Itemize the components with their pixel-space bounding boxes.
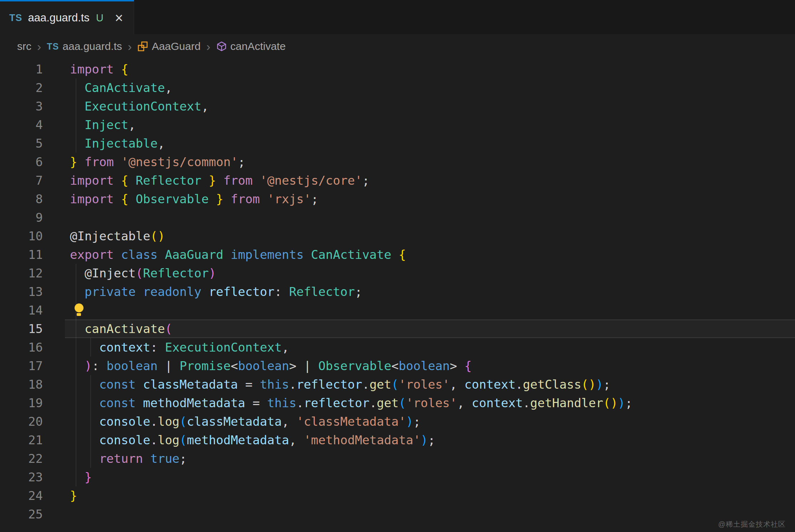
code-line[interactable]: 22 return true;: [0, 449, 795, 468]
code-line[interactable]: 3 ExecutionContext,: [0, 97, 795, 116]
code-line[interactable]: 5 Injectable,: [0, 134, 795, 153]
code-line[interactable]: 14: [0, 301, 795, 319]
code-line[interactable]: 4 Inject,: [0, 116, 795, 134]
close-icon[interactable]: ×: [115, 11, 123, 25]
method-icon: [216, 41, 227, 52]
line-number[interactable]: 7: [0, 171, 43, 190]
code-text: @Injectable(): [70, 227, 165, 245]
indent-guide: [76, 319, 76, 338]
code-line[interactable]: 25: [0, 505, 795, 523]
code-line[interactable]: 6} from '@nestjs/common';: [0, 153, 795, 171]
tab-aaa-guard-ts[interactable]: TS aaa.guard.ts U ×: [0, 0, 134, 34]
code-lines: 1import {2 CanActivate,3 ExecutionContex…: [0, 60, 795, 523]
code-text: } from '@nestjs/common';: [70, 153, 245, 171]
indent-guide: [76, 449, 76, 468]
code-text: }: [70, 468, 92, 486]
line-number[interactable]: 19: [0, 394, 43, 412]
indent-guide: [76, 134, 76, 153]
ts-file-icon: TS: [47, 41, 59, 52]
breadcrumb-label: AaaGuard: [152, 40, 201, 52]
code-text: console.log(classMetadata, 'classMetadat…: [70, 412, 421, 431]
breadcrumb-item-file[interactable]: TS aaa.guard.ts: [47, 40, 122, 52]
lightbulb-icon[interactable]: [73, 303, 85, 318]
code-line[interactable]: 20 console.log(classMetadata, 'classMeta…: [0, 412, 795, 431]
code-text: return true;: [70, 449, 187, 468]
code-line[interactable]: 16 context: ExecutionContext,: [0, 338, 795, 357]
code-text: const classMetadata = this.reflector.get…: [70, 375, 611, 394]
line-number[interactable]: 5: [0, 134, 43, 153]
line-number[interactable]: 24: [0, 486, 43, 505]
line-number[interactable]: 20: [0, 412, 43, 431]
code-text: import {: [70, 60, 128, 78]
breadcrumb: src › TS aaa.guard.ts › AaaGuard › canAc…: [0, 34, 795, 58]
line-number[interactable]: 13: [0, 282, 43, 301]
line-number[interactable]: 14: [0, 301, 43, 319]
breadcrumb-item-src[interactable]: src: [17, 40, 31, 52]
line-number[interactable]: 11: [0, 245, 43, 264]
code-text: Inject,: [70, 116, 136, 134]
indent-guide: [90, 375, 91, 394]
line-number[interactable]: 12: [0, 264, 43, 282]
breadcrumb-label: aaa.guard.ts: [62, 40, 122, 52]
code-text: const methodMetadata = this.reflector.ge…: [70, 394, 632, 412]
code-text: context: ExecutionContext,: [70, 338, 289, 357]
line-number[interactable]: 23: [0, 468, 43, 486]
code-line[interactable]: 23 }: [0, 468, 795, 486]
line-number[interactable]: 25: [0, 505, 43, 523]
indent-guide: [90, 338, 91, 357]
code-line[interactable]: 8import { Observable } from 'rxjs';: [0, 190, 795, 208]
class-icon: [137, 41, 148, 52]
line-number[interactable]: 10: [0, 227, 43, 245]
code-line[interactable]: 7import { Reflector } from '@nestjs/core…: [0, 171, 795, 190]
code-line[interactable]: 18 const classMetadata = this.reflector.…: [0, 375, 795, 394]
line-number[interactable]: 3: [0, 97, 43, 116]
line-number[interactable]: 22: [0, 449, 43, 468]
indent-guide: [76, 338, 76, 357]
breadcrumb-item-class[interactable]: AaaGuard: [137, 40, 201, 52]
line-number[interactable]: 17: [0, 357, 43, 375]
chevron-right-icon: ›: [36, 40, 42, 53]
code-line[interactable]: 12 @Inject(Reflector): [0, 264, 795, 282]
code-line[interactable]: 9: [0, 208, 795, 227]
indent-guide: [76, 116, 76, 134]
code-text: canActivate(: [70, 319, 172, 338]
breadcrumb-item-method[interactable]: canActivate: [216, 40, 286, 52]
line-number[interactable]: 6: [0, 153, 43, 171]
code-text: ExecutionContext,: [70, 97, 209, 116]
indent-guide: [76, 78, 76, 97]
indent-guide: [76, 264, 76, 282]
code-line[interactable]: 10@Injectable(): [0, 227, 795, 245]
code-line[interactable]: 17 ): boolean | Promise<boolean> | Obser…: [0, 357, 795, 375]
code-line[interactable]: 15 canActivate(: [0, 319, 795, 338]
vscode-editor: { "tab": { "file_icon": "ts-icon", "titl…: [0, 0, 795, 532]
code-text: import { Observable } from 'rxjs';: [70, 190, 318, 208]
code-line[interactable]: 24}: [0, 486, 795, 505]
line-number[interactable]: 21: [0, 431, 43, 449]
indent-guide: [76, 282, 76, 301]
line-number[interactable]: 16: [0, 338, 43, 357]
code-text: export class AaaGuard implements CanActi…: [70, 245, 406, 264]
code-line[interactable]: 21 console.log(methodMetadata, 'methodMe…: [0, 431, 795, 449]
breadcrumb-label: src: [17, 40, 31, 52]
line-number[interactable]: 1: [0, 60, 43, 78]
line-number[interactable]: 15: [0, 319, 43, 338]
line-number[interactable]: 18: [0, 375, 43, 394]
line-number[interactable]: 8: [0, 190, 43, 208]
breadcrumb-label: canActivate: [231, 40, 286, 52]
code-text: import { Reflector } from '@nestjs/core'…: [70, 171, 369, 190]
line-number[interactable]: 4: [0, 116, 43, 134]
line-number[interactable]: 2: [0, 78, 43, 97]
code-text: Injectable,: [70, 134, 165, 153]
chevron-right-icon: ›: [127, 40, 132, 53]
code-editor[interactable]: 1import {2 CanActivate,3 ExecutionContex…: [0, 58, 795, 523]
line-number[interactable]: 9: [0, 208, 43, 227]
code-line[interactable]: 19 const methodMetadata = this.reflector…: [0, 394, 795, 412]
code-line[interactable]: 2 CanActivate,: [0, 78, 795, 97]
code-line[interactable]: 13 private readonly reflector: Reflector…: [0, 282, 795, 301]
code-line[interactable]: 1import {: [0, 60, 795, 78]
indent-guide: [76, 357, 76, 375]
ts-file-icon: TS: [9, 12, 22, 24]
code-line[interactable]: 11export class AaaGuard implements CanAc…: [0, 245, 795, 264]
git-status-badge: U: [96, 12, 103, 24]
code-text: private readonly reflector: Reflector;: [70, 282, 362, 301]
